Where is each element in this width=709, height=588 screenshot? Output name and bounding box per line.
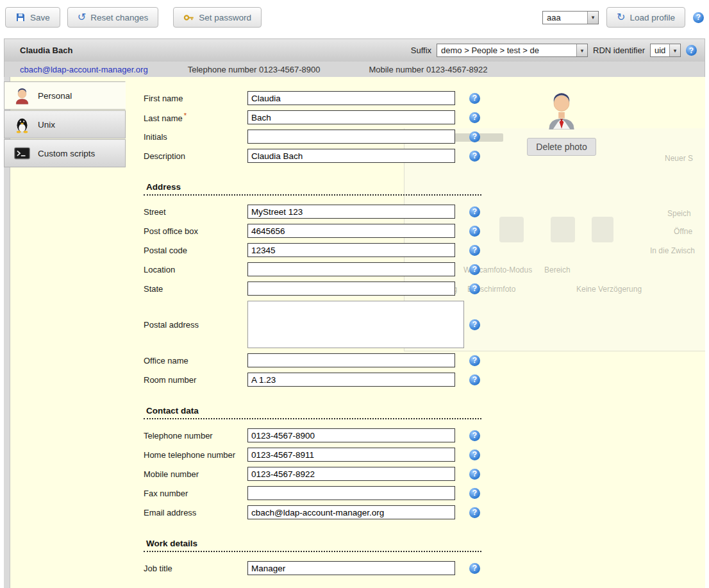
main-toolbar: Save ↺ Reset changes Set password aaa ▾ …	[5, 5, 704, 29]
help-icon[interactable]: ?	[469, 283, 480, 294]
tab-personal-label: Personal	[38, 91, 72, 101]
profile-select[interactable]: aaa ▾	[542, 11, 599, 24]
suffix-label: Suffix	[411, 46, 431, 55]
mobile-input[interactable]	[247, 467, 455, 481]
form-row-room-number: Room number ?	[144, 373, 705, 387]
tab-custom-scripts[interactable]: Custom scripts	[4, 139, 126, 167]
description-input[interactable]	[247, 149, 455, 163]
form-row-description: Description ?	[144, 149, 705, 163]
save-label: Save	[30, 13, 50, 22]
help-icon[interactable]: ?	[469, 264, 480, 275]
help-icon[interactable]: ?	[469, 112, 480, 123]
form-row-mobile: Mobile number ?	[144, 467, 705, 481]
summary-mobile: Mobile number 0123-4567-8922	[369, 65, 487, 74]
first-name-label: First name	[144, 94, 247, 103]
user-photo	[546, 90, 578, 131]
help-icon[interactable]: ?	[469, 245, 480, 256]
tab-unix[interactable]: Unix	[4, 110, 126, 139]
form-row-telephone: Telephone number ?	[144, 428, 705, 442]
form-row-fax: Fax number ?	[144, 486, 705, 500]
reload-icon: ↻	[617, 12, 625, 22]
form-row-street: Street ?	[144, 205, 705, 219]
room-number-label: Room number	[144, 375, 247, 385]
help-icon[interactable]: ?	[469, 449, 480, 460]
postal-address-textarea[interactable]	[247, 301, 464, 348]
location-input[interactable]	[247, 262, 455, 276]
email-link[interactable]: cbach@ldap-account-manager.org	[20, 65, 148, 74]
account-summary-bar: cbach@ldap-account-manager.org Telephone…	[4, 62, 705, 77]
chevron-down-icon: ▾	[576, 44, 587, 56]
street-label: Street	[144, 207, 247, 217]
help-icon[interactable]: ?	[469, 488, 480, 499]
chevron-down-icon: ▾	[587, 12, 598, 24]
postal-address-label: Postal address	[144, 320, 247, 330]
form-row-last-name: Last name* ?	[144, 110, 705, 124]
help-icon[interactable]: ?	[469, 151, 480, 162]
save-icon	[15, 12, 26, 22]
initials-input[interactable]	[247, 130, 455, 144]
office-name-label: Office name	[144, 356, 247, 365]
rdn-select-value: uid	[651, 44, 669, 56]
terminal-icon	[13, 144, 31, 162]
help-icon[interactable]: ?	[469, 507, 480, 518]
help-icon[interactable]: ?	[469, 469, 480, 480]
help-icon[interactable]: ?	[469, 319, 480, 330]
toolbar-right: aaa ▾ ↻ Load profile ?	[542, 7, 704, 28]
help-icon[interactable]: ?	[693, 12, 704, 23]
personal-form: First name ? Last name* ? Initials ? Des…	[126, 77, 705, 588]
help-icon[interactable]: ?	[469, 355, 480, 366]
tab-personal[interactable]: Personal	[4, 81, 126, 110]
help-icon[interactable]: ?	[469, 430, 480, 441]
state-label: State	[144, 284, 247, 294]
initials-label: Initials	[144, 132, 247, 142]
delete-photo-button[interactable]: Delete photo	[527, 138, 596, 156]
form-row-initials: Initials ?	[144, 130, 705, 144]
tux-penguin-icon	[13, 115, 31, 133]
required-mark: *	[184, 112, 187, 119]
email-input[interactable]	[247, 505, 455, 519]
room-number-input[interactable]	[247, 373, 455, 387]
telephone-input[interactable]	[247, 428, 455, 442]
mobile-label: Mobile number	[144, 469, 247, 479]
account-body: Neuer S Speich Öffne In die Zwisch Webca…	[4, 77, 705, 588]
help-icon[interactable]: ?	[469, 206, 480, 217]
section-header-address: Address	[144, 178, 481, 196]
user-photo-block: Delete photo	[523, 90, 600, 156]
tab-custom-scripts-label: Custom scripts	[38, 149, 95, 158]
load-profile-label: Load profile	[630, 13, 675, 22]
telephone-label: Telephone number	[144, 431, 247, 441]
suffix-select[interactable]: demo > People > test > de ▾	[437, 44, 588, 57]
lam-user-edit-page: Save ↺ Reset changes Set password aaa ▾ …	[0, 0, 709, 588]
help-icon[interactable]: ?	[469, 226, 480, 237]
email-label: Email address	[144, 508, 247, 517]
last-name-input[interactable]	[247, 110, 455, 124]
location-label: Location	[144, 265, 247, 274]
section-header-contact: Contact data	[144, 402, 481, 419]
first-name-input[interactable]	[247, 91, 455, 105]
undo-icon: ↺	[78, 12, 86, 22]
reset-changes-button[interactable]: ↺ Reset changes	[67, 7, 158, 28]
form-row-postal-code: Postal code ?	[144, 243, 705, 257]
po-box-input[interactable]	[247, 224, 455, 238]
help-icon[interactable]: ?	[469, 563, 480, 574]
form-row-location: Location ?	[144, 262, 705, 276]
fax-input[interactable]	[247, 486, 455, 500]
street-input[interactable]	[247, 205, 455, 219]
set-password-button[interactable]: Set password	[173, 7, 262, 28]
help-icon[interactable]: ?	[469, 131, 480, 142]
form-row-first-name: First name ?	[144, 91, 705, 105]
load-profile-button[interactable]: ↻ Load profile	[606, 7, 685, 28]
rdn-select[interactable]: uid ▾	[650, 44, 681, 57]
home-telephone-input[interactable]	[247, 448, 455, 462]
state-input[interactable]	[247, 281, 455, 296]
save-button[interactable]: Save	[5, 7, 60, 28]
account-frame: Claudia Bach Suffix demo > People > test…	[4, 38, 705, 588]
help-icon[interactable]: ?	[469, 93, 480, 104]
office-name-input[interactable]	[247, 353, 455, 367]
postal-code-input[interactable]	[247, 243, 455, 257]
help-icon[interactable]: ?	[686, 45, 697, 56]
help-icon[interactable]: ?	[469, 374, 480, 385]
form-row-home-telephone: Home telephone number ?	[144, 448, 705, 462]
job-title-input[interactable]	[247, 561, 455, 575]
po-box-label: Post office box	[144, 226, 247, 236]
